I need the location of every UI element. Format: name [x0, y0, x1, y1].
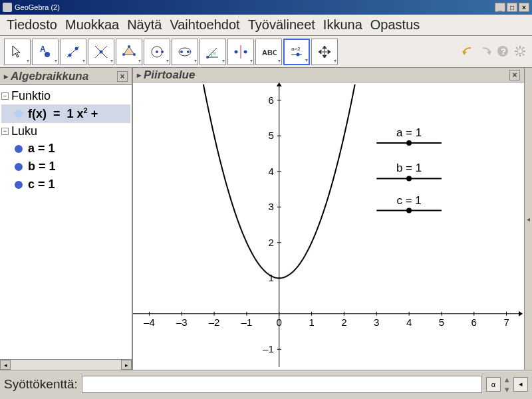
collapse-icon[interactable]: ▸	[137, 70, 141, 80]
svg-text:6: 6	[471, 317, 477, 328]
svg-point-4	[75, 47, 78, 50]
menu-edit[interactable]: Muokkaa	[63, 16, 122, 34]
collapse-toggle-icon[interactable]: −	[1, 128, 9, 135]
svg-text:2: 2	[341, 317, 346, 328]
menu-tools[interactable]: Työvälineet	[245, 16, 318, 34]
algebra-title: Algebraikkuna	[11, 70, 88, 83]
redo-button[interactable]	[479, 45, 493, 59]
tree-item-b[interactable]: b = 1	[1, 158, 130, 176]
svg-text:–3: –3	[176, 317, 188, 328]
settings-icon[interactable]	[513, 45, 528, 59]
menu-help[interactable]: Opastus	[368, 16, 422, 34]
tree-item-c[interactable]: c = 1	[1, 176, 130, 194]
svg-text:–1: –1	[241, 317, 253, 328]
svg-text:b = 1: b = 1	[396, 162, 422, 174]
svg-text:4: 4	[268, 166, 273, 177]
tree-item-function[interactable]: f(x) = 1 x2 +	[1, 104, 130, 123]
collapse-toggle-icon[interactable]: −	[1, 92, 9, 100]
svg-text:?: ?	[501, 47, 506, 57]
svg-point-79	[406, 140, 412, 146]
visibility-bullet-icon[interactable]	[15, 145, 23, 153]
menu-file[interactable]: Tiedosto	[4, 16, 60, 34]
titlebar: GeoGebra (2) _ □ ×	[0, 0, 532, 15]
tool-conic[interactable]: ▾	[172, 39, 198, 65]
menu-options[interactable]: Vaihtoehdot	[167, 16, 242, 34]
algebra-panel: ▸ Algebraikkuna × − Funktio f(x) = 1 x2 …	[0, 68, 133, 370]
tree-category-function[interactable]: − Funktio	[1, 88, 130, 104]
collapse-icon[interactable]: ▸	[4, 72, 8, 81]
minimize-button[interactable]: _	[495, 3, 505, 12]
svg-text:7: 7	[503, 317, 509, 328]
app-icon	[3, 3, 12, 12]
spinner-icon[interactable]: ▴▾	[505, 374, 509, 394]
tool-circle[interactable]: ▾	[144, 39, 170, 65]
svg-text:1: 1	[309, 317, 314, 328]
plot-svg[interactable]: –4–3–2–101234567–1123456a = 1b = 1c = 1	[133, 82, 523, 367]
command-input[interactable]	[82, 376, 482, 393]
svg-text:ABC: ABC	[262, 49, 277, 57]
tool-slider[interactable]: a=2▾	[283, 39, 310, 65]
drawing-close-icon[interactable]: ×	[509, 70, 520, 80]
scroll-left-icon[interactable]: ◂	[0, 360, 11, 370]
svg-point-13	[156, 51, 158, 53]
tool-line[interactable]: ▾	[60, 39, 86, 65]
tool-move-view[interactable]: ▾	[311, 39, 338, 65]
svg-text:1: 1	[268, 272, 273, 283]
history-button[interactable]: ◂	[513, 377, 528, 392]
menubar: Tiedosto Muokkaa Näytä Vaihtoehdot Työvä…	[0, 15, 532, 36]
algebra-close-icon[interactable]: ×	[117, 71, 128, 82]
svg-text:5: 5	[268, 130, 273, 141]
scroll-right-icon[interactable]: ▸	[121, 360, 132, 370]
visibility-bullet-icon[interactable]	[15, 110, 23, 118]
tree-category-number[interactable]: − Luku	[1, 123, 130, 140]
help-icon[interactable]: ?	[496, 45, 511, 59]
maximize-button[interactable]: □	[507, 3, 517, 12]
svg-point-16	[180, 51, 183, 53]
svg-text:3: 3	[374, 317, 379, 328]
window-title: GeoGebra (2)	[15, 3, 495, 11]
svg-line-34	[516, 47, 517, 49]
symbol-picker-button[interactable]: α	[486, 377, 501, 392]
tool-perpendicular[interactable]: ▾	[88, 39, 114, 65]
drawing-title: Piirtoalue	[144, 68, 195, 82]
svg-point-85	[406, 208, 412, 213]
tool-text[interactable]: ABC▾	[255, 39, 282, 65]
svg-point-19	[206, 56, 209, 59]
drawing-canvas[interactable]: –4–3–2–101234567–1123456a = 1b = 1c = 1	[133, 82, 524, 370]
algebra-tree: − Funktio f(x) = 1 x2 + − Luku a = 1 b =…	[0, 85, 132, 359]
algebra-header: ▸ Algebraikkuna ×	[0, 68, 132, 85]
svg-text:5: 5	[439, 317, 444, 328]
drawing-panel: ▸ Piirtoalue × –4–3–2–101234567–1123456a…	[133, 68, 524, 370]
visibility-bullet-icon[interactable]	[15, 181, 23, 189]
svg-point-14	[161, 51, 164, 53]
menu-window[interactable]: Ikkuna	[321, 16, 365, 34]
svg-point-17	[187, 51, 190, 53]
svg-text:α: α	[213, 50, 216, 56]
svg-point-82	[406, 176, 412, 181]
tool-angle[interactable]: α▾	[200, 39, 226, 65]
visibility-bullet-icon[interactable]	[15, 163, 23, 171]
close-button[interactable]: ×	[519, 3, 529, 12]
input-bar: Syöttökenttä: α ▴▾ ◂	[0, 370, 532, 398]
svg-point-11	[122, 53, 125, 56]
input-label: Syöttökenttä:	[4, 377, 78, 392]
svg-text:a=2: a=2	[291, 46, 301, 52]
svg-point-3	[68, 53, 72, 57]
undo-button[interactable]	[462, 45, 476, 59]
svg-text:0: 0	[277, 317, 282, 328]
h-scrollbar[interactable]: ◂ ▸	[0, 359, 132, 370]
menu-view[interactable]: Näytä	[124, 16, 164, 34]
tool-point[interactable]: A▾	[32, 39, 59, 65]
svg-point-10	[133, 53, 136, 56]
svg-text:–2: –2	[209, 317, 220, 328]
svg-point-26	[297, 53, 300, 56]
right-collapse-handle[interactable]: ◂	[524, 68, 532, 370]
tool-reflect[interactable]: ▾	[227, 39, 254, 65]
tool-polygon[interactable]: ▾	[116, 39, 142, 65]
tree-item-a[interactable]: a = 1	[1, 140, 130, 158]
svg-text:–4: –4	[144, 317, 155, 328]
svg-text:A: A	[40, 45, 46, 54]
svg-line-35	[523, 54, 524, 55]
svg-point-7	[100, 50, 103, 53]
tool-pointer[interactable]: ▾	[4, 39, 31, 65]
